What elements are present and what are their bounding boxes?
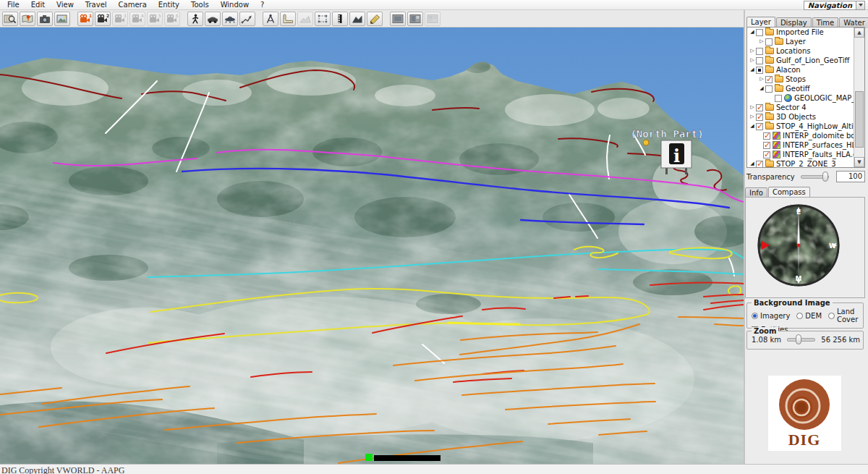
transparency-slider-thumb[interactable] [822, 172, 828, 182]
tree-row-stops[interactable]: Stops [747, 75, 854, 84]
navigation-combo[interactable]: Navigation [804, 1, 865, 9]
video-camera-4-button[interactable]: 4 [129, 12, 145, 26]
tree-row-3d-objects[interactable]: 3D Objects [747, 112, 854, 122]
tree-row-gulf-of-lion[interactable]: Gulf_of_Lion_GeoTiff [747, 56, 854, 65]
map-search-button[interactable] [2, 12, 18, 26]
checkbox-checked[interactable] [756, 114, 763, 121]
transparency-slider[interactable] [801, 175, 829, 179]
folder-icon [775, 85, 783, 92]
checkbox-checked[interactable] [763, 132, 770, 140]
compass-widget[interactable]: E W M [756, 203, 841, 288]
logo-center-dot [796, 402, 807, 412]
scroll-down-icon[interactable]: ▼ [854, 157, 864, 167]
scroll-up-icon[interactable]: ▲ [854, 27, 864, 38]
area-chart-button[interactable] [297, 12, 313, 26]
expander-open-icon[interactable] [758, 84, 765, 93]
expander-open-icon[interactable] [749, 65, 756, 75]
checkbox-unchecked[interactable] [765, 85, 773, 93]
menu-camera[interactable]: Camera [113, 0, 153, 9]
checkbox-unchecked[interactable] [756, 57, 763, 64]
expander-closed-icon[interactable] [758, 37, 765, 46]
layout-split-icon [409, 14, 422, 24]
tree-row-stop4-highlow[interactable]: STOP_4_HighLow_Altitude [747, 122, 854, 131]
expander-closed-icon[interactable] [749, 56, 756, 65]
menu-tools[interactable]: Tools [185, 0, 215, 9]
tree-scrollbar[interactable]: ▲ ▼ [854, 27, 864, 167]
expander-open-icon[interactable] [749, 27, 756, 37]
video-camera-1-icon: 1 [79, 14, 92, 24]
logo-text: DIG [788, 431, 821, 449]
radio-imagery[interactable] [752, 313, 758, 319]
terrain-3d-viewport[interactable]: i (North Part) [0, 27, 744, 464]
svg-text:3: 3 [124, 14, 127, 18]
menu-help[interactable]: ? [255, 0, 270, 9]
video-camera-5-button[interactable]: 5 [147, 12, 163, 26]
tree-row-imported-file[interactable]: Imported File [747, 27, 854, 37]
terrain-profile-button[interactable] [349, 12, 365, 26]
walk-mode-button[interactable] [187, 12, 203, 26]
navigation-dropdown-button[interactable] [856, 1, 865, 10]
expander-closed-icon[interactable] [749, 103, 756, 112]
layout-split-button[interactable] [407, 12, 423, 26]
zoom-min-label: 1.08 km [752, 336, 781, 344]
checkbox-checked[interactable] [756, 123, 763, 130]
tree-row-alacon[interactable]: Alacon [747, 65, 854, 75]
checkbox-checked[interactable] [756, 104, 763, 111]
radio-land-cover[interactable] [828, 313, 835, 319]
expander-closed-icon[interactable] [758, 75, 765, 84]
map-locations-button[interactable] [20, 12, 35, 26]
tree-row-interp-faults[interactable]: INTERP_faults_HLA.epak [747, 150, 854, 159]
tree-row-geologic-map[interactable]: GEOLOGIC_MAP_MAGNA50_ [747, 93, 854, 103]
measure-button[interactable] [263, 12, 278, 26]
checkbox-unchecked[interactable] [775, 95, 782, 102]
layout-quad-button[interactable] [425, 12, 441, 26]
checkbox-checked[interactable] [763, 151, 770, 158]
video-camera-6-button[interactable]: 6 [164, 12, 180, 26]
menu-file[interactable]: File [1, 0, 25, 9]
video-camera-3-icon: 3 [114, 14, 127, 24]
annotate-button[interactable] [367, 12, 383, 26]
expander-open-icon[interactable] [749, 122, 756, 131]
checkbox-checked[interactable] [756, 161, 763, 168]
menu-view[interactable]: View [51, 0, 80, 9]
scrollbar-thumb[interactable] [855, 91, 864, 148]
video-camera-1-button[interactable]: 1 [77, 12, 93, 26]
corner-ruler-button[interactable] [280, 12, 296, 26]
tree-row-interp-surfaces[interactable]: INTERP_surfaces_HLA.epak [747, 140, 854, 150]
folder-icon [765, 57, 774, 64]
path-mode-button[interactable] [239, 12, 255, 26]
expander-closed-icon[interactable] [749, 112, 756, 122]
menu-window[interactable]: Window [215, 0, 255, 9]
checkbox-unchecked[interactable] [756, 48, 763, 55]
tree-row-sector-4[interactable]: Sector 4 [747, 103, 854, 112]
layout-single-button[interactable] [390, 12, 406, 26]
tree-row-geotiff[interactable]: Geotiff [747, 84, 854, 93]
menu-edit[interactable]: Edit [25, 0, 51, 9]
expander-closed-icon[interactable] [749, 46, 756, 56]
selection-box-button[interactable] [315, 12, 331, 26]
checkbox-partial[interactable] [756, 67, 763, 74]
menu-entity[interactable]: Entity [153, 0, 185, 9]
tree-row-stop2-zone3[interactable]: STOP_2_ZONE_3 [747, 159, 854, 168]
drive-mode-button[interactable] [205, 12, 221, 26]
menu-travel[interactable]: Travel [80, 0, 113, 9]
transparency-value[interactable]: 100 [836, 171, 865, 182]
expander-open-icon[interactable] [749, 159, 756, 168]
tree-row-layer[interactable]: Layer [747, 37, 854, 46]
radio-dem[interactable] [796, 313, 803, 319]
checkbox-checked[interactable] [765, 76, 773, 83]
tree-row-interp-dolomite[interactable]: INTERP_dolomite bodies_ou [747, 131, 854, 140]
layer-tree: Imported File Layer Locations Gulf_of_Li… [746, 27, 865, 168]
checkbox-unchecked[interactable] [756, 29, 763, 36]
video-camera-2-button[interactable]: 2 [95, 12, 111, 26]
vertical-ruler-button[interactable] [332, 12, 348, 26]
snapshot-button[interactable] [37, 12, 53, 26]
zoom-slider-thumb[interactable] [796, 334, 801, 344]
checkbox-unchecked[interactable] [765, 38, 773, 46]
tree-row-locations[interactable]: Locations [747, 46, 854, 56]
hover-mode-button[interactable] [222, 12, 238, 26]
checkbox-checked[interactable] [763, 142, 770, 149]
video-camera-3-button[interactable]: 3 [112, 12, 128, 26]
zoom-slider[interactable] [787, 338, 815, 342]
image-viewer-button[interactable] [54, 12, 70, 26]
